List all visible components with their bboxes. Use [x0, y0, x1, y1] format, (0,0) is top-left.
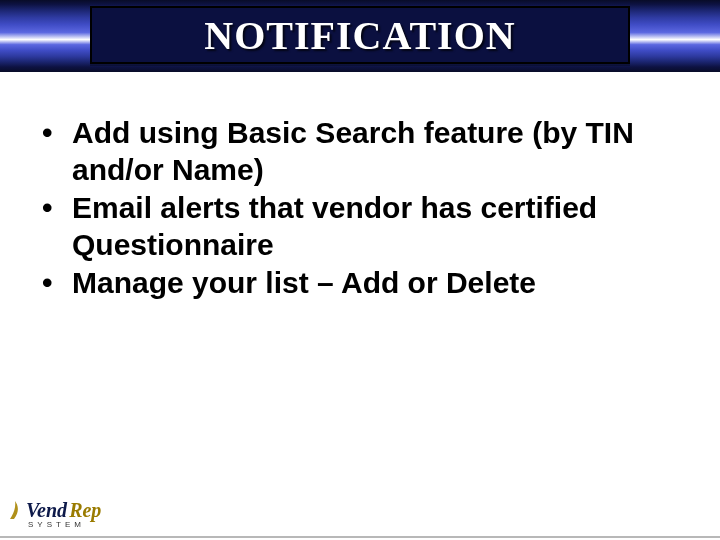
footer-rule — [0, 536, 720, 538]
slide-title: NOTIFICATION — [204, 12, 515, 59]
list-item: Add using Basic Search feature (by TIN a… — [36, 115, 672, 188]
list-item: Manage your list – Add or Delete — [36, 265, 672, 302]
logo-text-vend: Vend — [26, 499, 67, 522]
header-band: NOTIFICATION — [0, 0, 720, 72]
brand-logo: VendRep SYSTEM — [8, 496, 118, 532]
body-content: Add using Basic Search feature (by TIN a… — [36, 115, 672, 304]
bullet-list: Add using Basic Search feature (by TIN a… — [36, 115, 672, 302]
swoosh-icon — [8, 501, 24, 521]
logo-row: VendRep — [8, 499, 118, 522]
title-plate: NOTIFICATION — [90, 6, 630, 64]
slide: NOTIFICATION Add using Basic Search feat… — [0, 0, 720, 540]
logo-subtext: SYSTEM — [28, 520, 118, 529]
list-item: Email alerts that vendor has certified Q… — [36, 190, 672, 263]
logo-text-rep: Rep — [69, 499, 101, 522]
